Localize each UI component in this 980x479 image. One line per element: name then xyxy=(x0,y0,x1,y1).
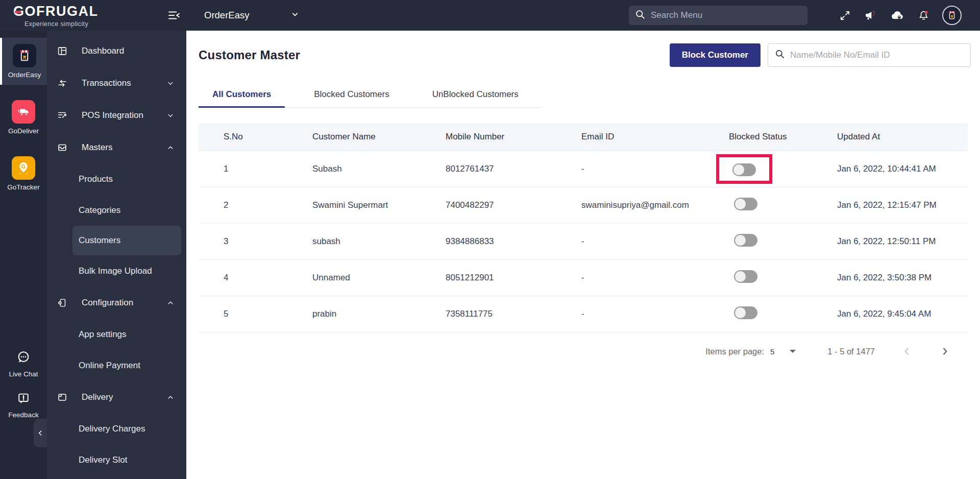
col-updated-at: Updated At xyxy=(837,132,968,142)
search-icon xyxy=(635,9,646,22)
sidebar-item-delivery[interactable]: Delivery xyxy=(47,381,186,413)
sidebar-item-online-payment[interactable]: Online Payment xyxy=(47,350,186,381)
topbar-icons xyxy=(839,0,962,31)
sidebar-item-pos-integration[interactable]: POS Integration xyxy=(47,99,186,131)
rail-item-live-chat[interactable]: Live Chat xyxy=(9,349,38,378)
collapse-menu-icon[interactable] xyxy=(167,9,181,22)
chevron-up-icon xyxy=(166,143,175,152)
customer-table: S.No Customer Name Mobile Number Email I… xyxy=(199,123,968,332)
rail-spacer xyxy=(0,197,47,349)
col-sno: S.No xyxy=(224,132,312,142)
rail-label-godeliver: GoDeliver xyxy=(8,127,39,135)
configuration-icon xyxy=(56,297,68,309)
highlight-box xyxy=(716,154,772,184)
sidebar-item-customers[interactable]: Customers xyxy=(72,226,181,255)
sidebar-item-configuration[interactable]: Configuration xyxy=(47,286,186,319)
sidebar-item-masters[interactable]: Masters xyxy=(47,131,186,163)
sidebar-item-products[interactable]: Products xyxy=(47,163,186,195)
sidebar-item-transactions[interactable]: Transactions xyxy=(47,67,186,99)
product-selector[interactable]: OrderEasy xyxy=(204,0,300,31)
blocked-toggle[interactable] xyxy=(734,306,757,319)
rail-label-gotracker: GoTracker xyxy=(7,183,39,191)
table-header: S.No Customer Name Mobile Number Email I… xyxy=(199,123,968,151)
sidebar-item-delivery-charges[interactable]: Delivery Charges xyxy=(47,413,186,444)
logo-red-dash xyxy=(15,11,21,13)
prev-page-button[interactable] xyxy=(901,346,913,357)
transactions-icon xyxy=(56,77,68,89)
location-pin-icon: G xyxy=(12,156,35,180)
tab-unblocked-customers[interactable]: UnBlocked Customers xyxy=(419,89,532,107)
tab-blocked-customers[interactable]: Blocked Customers xyxy=(300,89,403,107)
items-per-page-label: Items per page: xyxy=(705,347,764,356)
tab-all-customers[interactable]: All Customers xyxy=(199,89,285,107)
rail-label-feedback: Feedback xyxy=(8,411,38,419)
col-email-id: Email ID xyxy=(581,132,729,142)
pos-integration-icon xyxy=(56,109,68,122)
col-mobile-number: Mobile Number xyxy=(446,132,581,142)
page-range: 1 - 5 of 1477 xyxy=(827,347,875,356)
cloud-sync-icon[interactable] xyxy=(889,8,905,23)
customer-search-box[interactable] xyxy=(768,43,971,67)
menu-search-box[interactable] xyxy=(629,6,807,25)
header-actions: Block Customer xyxy=(670,43,971,67)
blocked-toggle[interactable] xyxy=(734,234,757,247)
chevron-down-icon xyxy=(166,111,175,120)
sidebar-item-bulk-image-upload[interactable]: Bulk Image Upload xyxy=(47,255,186,286)
table-row: 4 Unnamed 8051212901 - Jan 6, 2022, 3:50… xyxy=(199,260,968,296)
table-row: 2 Swamini Supermart 7400482297 swaminisu… xyxy=(199,187,968,224)
col-blocked-status: Blocked Status xyxy=(729,132,837,142)
menu-search-input[interactable] xyxy=(651,10,789,20)
gofrugal-logo: GOFRUGAL Experience simplicity xyxy=(13,4,141,28)
app-rail: OrderEasy GoDeliver G GoTracker xyxy=(0,31,47,479)
chevron-up-icon xyxy=(166,393,175,402)
brand-tagline: Experience simplicity xyxy=(24,20,141,28)
chevron-down-icon xyxy=(290,9,300,21)
blocked-toggle[interactable] xyxy=(734,270,757,283)
notification-bell-icon[interactable] xyxy=(917,9,930,22)
table-row: 5 prabin 7358111775 - Jan 6, 2022, 9:45:… xyxy=(199,296,968,332)
topbar: GOFRUGAL Experience simplicity OrderEasy xyxy=(0,0,980,31)
block-customer-button[interactable]: Block Customer xyxy=(670,43,761,67)
table-row: 3 subash 9384886833 - Jan 6, 2022, 12:50… xyxy=(199,224,968,260)
sidebar-item-app-settings[interactable]: App settings xyxy=(47,319,186,350)
chat-bubble-icon xyxy=(15,349,32,368)
delivery-box-icon xyxy=(56,391,68,403)
customer-search-input[interactable] xyxy=(790,50,959,60)
main-content: Customer Master Block Customer All Custo… xyxy=(186,31,980,479)
product-name: OrderEasy xyxy=(204,10,249,21)
fullscreen-icon[interactable] xyxy=(839,10,851,21)
chevron-up-icon xyxy=(166,298,175,307)
pagination: Items per page: 5 1 - 5 of 1477 xyxy=(199,346,968,357)
blocked-toggle[interactable] xyxy=(732,163,756,176)
rail-item-ordereasy[interactable]: OrderEasy xyxy=(0,38,47,85)
search-icon xyxy=(775,49,785,61)
items-per-page-dropdown-caret[interactable] xyxy=(790,350,796,353)
store-avatar[interactable] xyxy=(942,6,962,25)
col-customer-name: Customer Name xyxy=(312,132,446,142)
rail-item-godeliver[interactable]: GoDeliver xyxy=(0,94,47,141)
table-row: 1 Subash 8012761437 - Jan 6, 2022, 10:44… xyxy=(199,151,968,187)
sidebar-menu: Dashboard Transactions POS Integration xyxy=(47,31,186,479)
dashboard-icon xyxy=(56,45,68,57)
masters-icon xyxy=(56,141,68,154)
rail-bottom: Live Chat Feedback xyxy=(0,349,47,419)
items-per-page-value[interactable]: 5 xyxy=(770,347,774,356)
rail-item-feedback[interactable]: Feedback xyxy=(8,391,38,419)
sidebar-item-categories[interactable]: Categories xyxy=(47,195,186,226)
brand-name: GOFRUGAL xyxy=(13,4,141,19)
announcement-megaphone-icon[interactable] xyxy=(863,9,877,22)
chevron-down-icon xyxy=(166,79,175,88)
blocked-toggle[interactable] xyxy=(734,198,757,210)
sidebar-item-dashboard[interactable]: Dashboard xyxy=(47,35,186,67)
feedback-bubble-icon xyxy=(16,391,31,409)
ordereasy-store-icon xyxy=(13,44,36,67)
rail-item-gotracker[interactable]: G GoTracker xyxy=(0,150,47,197)
svg-text:G: G xyxy=(21,163,26,170)
next-page-button[interactable] xyxy=(939,346,950,357)
rail-collapse-handle[interactable] xyxy=(34,419,47,447)
rail-label-ordereasy: OrderEasy xyxy=(8,71,41,79)
sidebar-item-delivery-slot[interactable]: Delivery Slot xyxy=(47,444,186,475)
delivery-truck-icon xyxy=(12,100,35,124)
rail-label-live-chat: Live Chat xyxy=(9,370,38,378)
customer-tabs: All Customers Blocked Customers UnBlocke… xyxy=(199,89,541,108)
